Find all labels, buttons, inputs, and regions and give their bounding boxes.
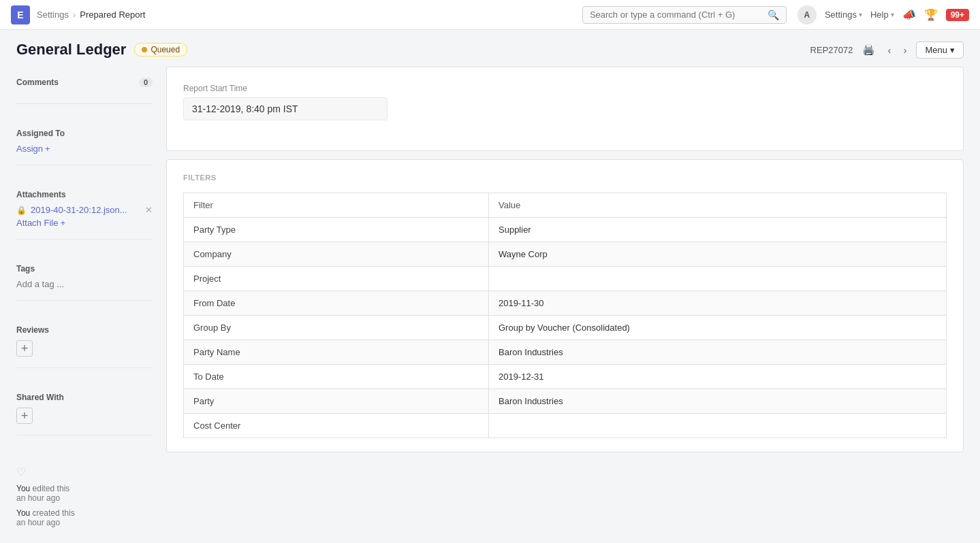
timeline-entry-0: You edited this an hour ago [16, 484, 153, 503]
filter-value-cell: 2019-11-30 [489, 291, 947, 316]
filters-title: FILTERS [183, 174, 947, 182]
next-icon[interactable]: › [900, 43, 909, 57]
breadcrumb-current: Prepared Report [80, 10, 145, 20]
sidebar-comments-section: Comments 0 [16, 67, 153, 104]
megaphone-icon[interactable]: 📣 [902, 8, 916, 21]
search-input[interactable] [590, 10, 768, 20]
assign-link[interactable]: Assign + [16, 144, 153, 154]
filters-table-row: Project [184, 267, 947, 291]
report-start-time-field: Report Start Time 31-12-2019, 8:40 pm IS… [183, 84, 388, 120]
status-label: Queued [151, 45, 180, 54]
breadcrumb-root[interactable]: Settings [37, 10, 69, 20]
timeline-entry-1: You created this an hour ago [16, 508, 153, 527]
filter-name-cell: Party Name [184, 340, 489, 365]
filter-name-cell: Group By [184, 316, 489, 340]
sidebar-tags-section: Tags Add a tag ... [16, 253, 153, 301]
comments-count: 0 [139, 78, 153, 87]
sidebar-attachments-section: Attachments 🔒 2019-40-31-20:12.json... ✕… [16, 179, 153, 240]
add-tag-link[interactable]: Add a tag ... [16, 279, 153, 289]
comments-label: Comments 0 [16, 78, 153, 87]
status-badge: Queued [134, 43, 187, 56]
value-col-header: Value [489, 193, 947, 218]
filter-value-cell: Baron Industries [489, 389, 947, 414]
filters-table: Filter Value Party TypeSupplierCompanyWa… [183, 193, 947, 438]
sidebar: Comments 0 Assigned To Assign + Attachme… [16, 67, 166, 543]
filters-table-row: From Date2019-11-30 [184, 291, 947, 316]
timeline-user-0: You [16, 484, 30, 493]
search-icon: 🔍 [768, 10, 779, 20]
breadcrumb: Settings › Prepared Report [37, 10, 145, 20]
breadcrumb-sep-1: › [73, 10, 76, 20]
filter-name-cell: Project [184, 267, 489, 291]
filter-name-cell: Cost Center [184, 414, 489, 438]
top-navigation: E Settings › Prepared Report 🔍 A Setting… [0, 0, 980, 30]
filters-table-row: Group ByGroup by Voucher (Consolidated) [184, 316, 947, 340]
shared-with-label: Shared With [16, 393, 153, 402]
filter-name-cell: To Date [184, 365, 489, 389]
attachments-label: Attachments [16, 190, 153, 199]
assigned-to-label: Assigned To [16, 129, 153, 138]
filter-name-cell: Party Type [184, 218, 489, 242]
settings-nav-link[interactable]: Settings ▾ [825, 10, 862, 20]
filters-panel: FILTERS Filter Value Party TypeSupplierC… [166, 159, 964, 452]
attach-plus-icon: + [60, 218, 65, 228]
filter-name-cell: From Date [184, 291, 489, 316]
filter-value-cell: Supplier [489, 218, 947, 242]
filters-table-row: CompanyWayne Corp [184, 242, 947, 267]
filter-value-cell: Baron Industries [489, 340, 947, 365]
menu-button[interactable]: Menu ▾ [916, 42, 964, 59]
reviews-label: Reviews [16, 325, 153, 335]
sidebar-timeline-section: ♡ You edited this an hour ago You create… [16, 449, 153, 543]
filter-value-cell [489, 414, 947, 438]
app-logo[interactable]: E [11, 5, 30, 24]
sidebar-shared-section: Shared With + [16, 382, 153, 435]
timeline-action-1: created this [33, 508, 75, 518]
search-bar[interactable]: 🔍 [582, 6, 787, 24]
assign-plus-icon: + [45, 144, 50, 154]
filter-value-cell: Group by Voucher (Consolidated) [489, 316, 947, 340]
prev-icon[interactable]: ‹ [885, 43, 894, 57]
timeline-time-1: an hour ago [16, 518, 60, 527]
lock-icon: 🔒 [16, 205, 27, 215]
avatar[interactable]: A [797, 5, 817, 24]
filters-table-row: To Date2019-12-31 [184, 365, 947, 389]
help-caret-icon: ▾ [891, 11, 894, 18]
menu-caret-icon: ▾ [950, 45, 955, 55]
main-content: Report Start Time 31-12-2019, 8:40 pm IS… [166, 67, 964, 543]
help-nav-link[interactable]: Help ▾ [870, 10, 894, 20]
page-body: Comments 0 Assigned To Assign + Attachme… [0, 67, 980, 543]
timeline-time-0: an hour ago [16, 493, 60, 503]
print-icon[interactable]: 🖨️ [859, 42, 878, 57]
add-shared-button[interactable]: + [16, 408, 33, 424]
timeline-user-1: You [16, 508, 30, 518]
attachment-remove-icon[interactable]: ✕ [145, 205, 153, 215]
report-info-inner: Report Start Time 31-12-2019, 8:40 pm IS… [167, 67, 963, 150]
attachment-filename: 2019-40-31-20:12.json... [31, 205, 127, 215]
sidebar-reviews-section: Reviews + [16, 314, 153, 368]
report-start-time-value: 31-12-2019, 8:40 pm IST [183, 97, 388, 120]
page-header: General Ledger Queued REP27072 🖨️ ‹ › Me… [0, 30, 980, 67]
attachment-item[interactable]: 🔒 2019-40-31-20:12.json... ✕ [16, 205, 153, 215]
settings-caret-icon: ▾ [859, 11, 862, 18]
add-review-button[interactable]: + [16, 340, 33, 357]
page-header-right: REP27072 🖨️ ‹ › Menu ▾ [810, 42, 964, 59]
filter-value-cell [489, 267, 947, 291]
heart-icon: ♡ [16, 465, 153, 478]
rep-id: REP27072 [810, 45, 853, 55]
filter-name-cell: Company [184, 242, 489, 267]
filters-section: FILTERS Filter Value Party TypeSupplierC… [167, 160, 963, 452]
page-title: General Ledger [16, 41, 126, 59]
report-info-row: Report Start Time 31-12-2019, 8:40 pm IS… [183, 84, 947, 120]
attach-file-link[interactable]: Attach File + [16, 218, 153, 228]
trophy-icon[interactable]: 🏆 [924, 8, 938, 21]
tags-label: Tags [16, 264, 153, 274]
report-start-time-label: Report Start Time [183, 84, 388, 93]
sidebar-assigned-section: Assigned To Assign + [16, 118, 153, 165]
notification-badge[interactable]: 99+ [946, 9, 969, 21]
filters-table-row: Party TypeSupplier [184, 218, 947, 242]
filters-table-row: Party NameBaron Industries [184, 340, 947, 365]
top-nav-right: A Settings ▾ Help ▾ 📣 🏆 99+ [797, 5, 969, 24]
filter-value-cell: 2019-12-31 [489, 365, 947, 389]
filter-name-cell: Party [184, 389, 489, 414]
filter-value-cell: Wayne Corp [489, 242, 947, 267]
